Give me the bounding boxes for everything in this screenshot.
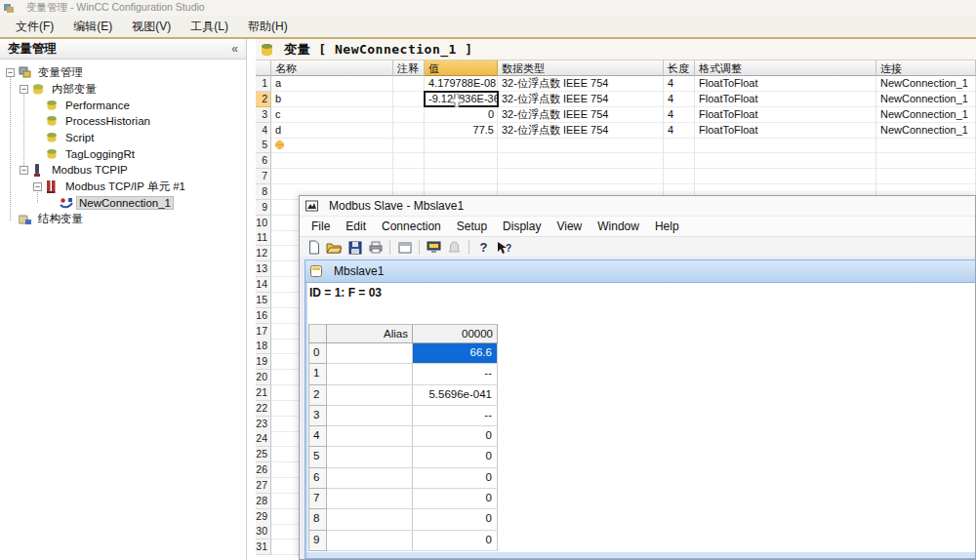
cell-datatype[interactable]: 32-位浮点数 IEEE 754 (498, 76, 664, 92)
cell-datatype[interactable] (498, 153, 664, 169)
modbus-titlebar[interactable]: Modbus Slave - Mbslave1 (300, 196, 975, 216)
row-number-header[interactable]: 12 (256, 246, 271, 261)
print-icon[interactable] (366, 239, 385, 256)
cell-register-value[interactable]: -- (413, 364, 498, 384)
cell-register-value[interactable]: -- (413, 406, 498, 426)
row-number-header[interactable]: 8 (256, 184, 271, 200)
cell-alias[interactable] (327, 531, 413, 551)
column-header-value[interactable]: 值 (425, 60, 498, 76)
row-number-header[interactable]: 11 (256, 230, 271, 246)
row-number-header[interactable]: 31 (256, 540, 271, 555)
help-icon[interactable]: ? (474, 239, 493, 256)
cell-connection[interactable] (876, 153, 976, 169)
row-number-header[interactable]: 27 (256, 478, 271, 494)
cell-comment[interactable] (393, 123, 425, 139)
row-number-header[interactable]: 1 (256, 76, 271, 92)
column-header-alias[interactable]: Alias (327, 324, 413, 343)
modbus-menu-setup[interactable]: Setup (449, 218, 495, 235)
row-number-header[interactable]: 4 (256, 123, 271, 139)
row-number-header[interactable]: 23 (256, 417, 271, 432)
register-row-number[interactable]: 0 (308, 343, 327, 364)
cell-connection[interactable]: NewConnection_1 (876, 123, 976, 139)
register-row-number[interactable]: 1 (308, 364, 327, 384)
row-number-header[interactable]: 20 (256, 370, 271, 385)
cell-comment[interactable] (393, 138, 425, 153)
cell-register-value[interactable]: 5.5696e-041 (413, 385, 498, 406)
cell-comment[interactable] (393, 92, 425, 107)
menu-edit[interactable]: 编辑(E) (63, 17, 122, 37)
cell-name[interactable]: c (271, 107, 393, 123)
cell-length[interactable]: 4 (664, 92, 695, 107)
cell-alias[interactable] (327, 364, 413, 384)
cell-comment[interactable] (393, 76, 425, 92)
register-row-number[interactable]: 4 (308, 426, 327, 447)
collapse-panel-button[interactable]: « (231, 42, 238, 56)
menu-view[interactable]: 视图(V) (122, 17, 181, 37)
tree-item-processhistorian[interactable]: ProcessHistorian (0, 113, 246, 130)
modbus-menu-window[interactable]: Window (590, 218, 647, 235)
cell-format[interactable]: FloatToFloat (695, 123, 876, 139)
row-number-header[interactable]: 16 (256, 308, 271, 324)
cell-name[interactable] (271, 169, 393, 184)
cell-value[interactable]: 0 (425, 107, 498, 123)
cell-datatype[interactable] (498, 138, 664, 153)
tree-item-tagloggingrt[interactable]: TagLoggingRt (0, 145, 246, 162)
cell-comment[interactable] (393, 107, 425, 123)
tree-item-internal-tags[interactable]: − 内部变量 (0, 81, 246, 98)
cell-register-value[interactable]: 0 (413, 489, 498, 509)
row-number-header[interactable]: 25 (256, 447, 271, 462)
modbus-menu-view[interactable]: View (549, 218, 590, 235)
cell-alias[interactable] (327, 343, 413, 364)
cell-register-value[interactable]: 66.6 (413, 343, 498, 364)
register-row-number[interactable]: 6 (308, 468, 327, 489)
cell-alias[interactable] (327, 447, 413, 467)
cell-connection[interactable] (876, 169, 976, 184)
menu-file[interactable]: 文件(F) (6, 17, 63, 37)
save-icon[interactable] (346, 239, 364, 256)
cell-alias[interactable] (327, 406, 413, 426)
tree-item-script[interactable]: Script (0, 130, 246, 146)
column-header-00000[interactable]: 00000 (413, 324, 498, 343)
mbslave1-titlebar[interactable]: Mbslave1 (305, 260, 975, 283)
row-number-header[interactable]: 10 (256, 216, 271, 231)
cell-length[interactable] (664, 169, 695, 184)
modbus-menu-connection[interactable]: Connection (374, 218, 449, 235)
cell-connection[interactable]: NewConnection_1 (876, 107, 976, 123)
cell-length[interactable]: 4 (664, 123, 695, 139)
cell-alias[interactable] (327, 509, 413, 530)
tree-item-tag-management[interactable]: − 变量管理 (0, 64, 246, 81)
row-number-header[interactable]: 24 (256, 431, 271, 447)
cell-comment[interactable] (393, 169, 425, 184)
cell-format[interactable] (695, 138, 876, 153)
cell-alias[interactable] (327, 426, 413, 447)
cell-format[interactable] (695, 169, 876, 184)
column-header-connection[interactable]: 连接 (876, 60, 976, 76)
open-file-icon[interactable] (325, 239, 344, 256)
row-number-header[interactable]: 30 (256, 524, 271, 540)
cell-length[interactable] (664, 138, 695, 153)
window-setup-icon[interactable] (395, 239, 414, 256)
row-number-header[interactable]: 18 (256, 339, 271, 354)
cell-connection[interactable] (876, 138, 976, 153)
cell-value[interactable] (425, 138, 498, 153)
row-number-header[interactable]: 14 (256, 277, 271, 293)
cell-comment[interactable] (393, 153, 425, 169)
row-number-header[interactable]: 26 (256, 462, 271, 478)
row-number-header[interactable]: 5 (256, 138, 271, 153)
row-number-header[interactable]: 17 (256, 324, 271, 340)
row-number-header[interactable]: 9 (256, 200, 271, 216)
cell-register-value[interactable]: 0 (413, 468, 498, 489)
cell-format[interactable]: FloatToFloat (695, 92, 876, 107)
column-header-datatype[interactable]: 数据类型 (498, 60, 664, 76)
row-number-header[interactable]: 13 (256, 261, 271, 277)
tree-item-structure-tags[interactable]: 结构变量 (0, 211, 246, 227)
register-row-number[interactable]: 7 (308, 489, 327, 509)
cell-value[interactable]: 4.179788E-08 (425, 76, 498, 92)
row-number-header[interactable]: 15 (256, 293, 271, 308)
register-row-number[interactable]: 3 (308, 406, 327, 426)
cell-length[interactable]: 4 (664, 107, 695, 123)
menu-help[interactable]: 帮助(H) (238, 17, 298, 37)
new-file-icon[interactable] (305, 239, 323, 256)
modbus-menu-help[interactable]: Help (647, 218, 687, 235)
cell-connection[interactable]: NewConnection_1 (876, 76, 976, 92)
